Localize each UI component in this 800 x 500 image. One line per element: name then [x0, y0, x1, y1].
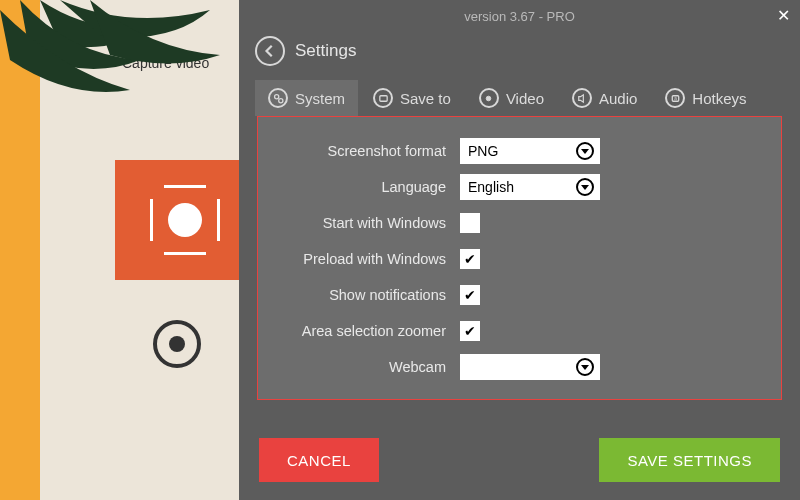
back-button[interactable] — [255, 36, 285, 66]
svg-point-0 — [274, 94, 278, 98]
version-label: version 3.67 - PRO — [239, 0, 800, 34]
tab-label: Audio — [599, 90, 637, 107]
settings-tabs: System Save to Video Audio a Hotkeys — [239, 68, 800, 116]
tab-label: Video — [506, 90, 544, 107]
preload-with-windows-checkbox[interactable]: ✔ — [460, 249, 480, 269]
dialog-title: Settings — [295, 41, 356, 61]
select-value: English — [468, 179, 514, 195]
arrow-left-icon — [263, 44, 277, 58]
chevron-down-icon — [576, 142, 594, 160]
tab-label: System — [295, 90, 345, 107]
svg-point-1 — [278, 98, 282, 102]
speaker-icon — [572, 88, 592, 108]
tab-audio[interactable]: Audio — [559, 80, 650, 116]
area-zoomer-checkbox[interactable]: ✔ — [460, 321, 480, 341]
tab-save-to[interactable]: Save to — [360, 80, 464, 116]
system-settings-panel: Screenshot format PNG Language English S… — [257, 116, 782, 400]
save-settings-button[interactable]: SAVE SETTINGS — [599, 438, 780, 482]
webcam-select[interactable] — [460, 354, 600, 380]
tab-hotkeys[interactable]: a Hotkeys — [652, 80, 759, 116]
svg-rect-2 — [379, 95, 386, 101]
svg-text:a: a — [674, 96, 677, 101]
record-radio-icon[interactable] — [153, 320, 201, 368]
preload-with-windows-label: Preload with Windows — [278, 251, 460, 267]
folder-icon — [373, 88, 393, 108]
screenshot-format-label: Screenshot format — [278, 143, 460, 159]
chevron-down-icon — [576, 358, 594, 376]
capture-video-label: Capture video — [122, 55, 209, 71]
svg-point-3 — [487, 96, 492, 101]
tab-video[interactable]: Video — [466, 80, 557, 116]
cancel-button[interactable]: CANCEL — [259, 438, 379, 482]
area-zoomer-label: Area selection zoomer — [278, 323, 460, 339]
select-value: PNG — [468, 143, 498, 159]
show-notifications-checkbox[interactable]: ✔ — [460, 285, 480, 305]
settings-dialog: version 3.67 - PRO ✕ Settings System Sav… — [239, 0, 800, 500]
start-with-windows-label: Start with Windows — [278, 215, 460, 231]
webcam-label: Webcam — [278, 359, 460, 375]
keyboard-icon: a — [665, 88, 685, 108]
chevron-down-icon — [576, 178, 594, 196]
language-label: Language — [278, 179, 460, 195]
record-dot-icon — [479, 88, 499, 108]
gears-icon — [268, 88, 288, 108]
tab-system[interactable]: System — [255, 80, 358, 116]
language-select[interactable]: English — [460, 174, 600, 200]
start-with-windows-checkbox[interactable] — [460, 213, 480, 233]
record-area-tile[interactable] — [115, 160, 255, 280]
close-icon[interactable]: ✕ — [777, 6, 790, 25]
show-notifications-label: Show notifications — [278, 287, 460, 303]
tab-label: Hotkeys — [692, 90, 746, 107]
tab-label: Save to — [400, 90, 451, 107]
screenshot-format-select[interactable]: PNG — [460, 138, 600, 164]
